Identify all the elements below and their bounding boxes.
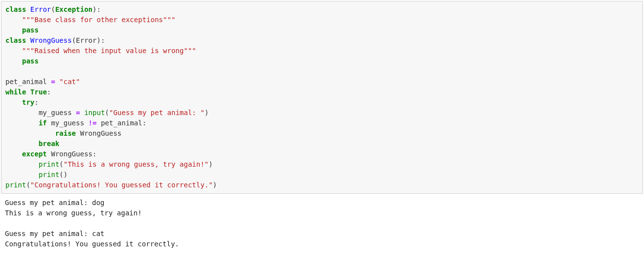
colon: : <box>34 98 38 106</box>
paren-close: ) <box>205 109 209 117</box>
code-block: class Error(Exception): """Base class fo… <box>1 1 643 194</box>
space <box>26 5 30 13</box>
operator-neq: != <box>89 119 97 127</box>
keyword-class: class <box>5 36 26 44</box>
keyword-pass: pass <box>22 26 39 34</box>
empty-args: () <box>60 171 68 178</box>
operator-assign: = <box>51 78 55 86</box>
class-name-error: Error <box>31 5 51 13</box>
keyword-class: class <box>5 5 26 13</box>
keyword-pass: pass <box>22 57 39 65</box>
base-error: Error <box>76 36 96 44</box>
output-block: Guess my pet animal: dog This is a wrong… <box>1 196 643 253</box>
paren: ( <box>105 109 109 117</box>
base-exception: Exception <box>55 5 92 13</box>
paren: ( <box>51 5 55 13</box>
paren-close: ): <box>96 36 105 44</box>
space <box>26 36 30 44</box>
keyword-while: while <box>5 88 26 96</box>
var-pet-animal: pet_animal <box>5 78 51 86</box>
except-target: WrongGuess: <box>47 150 96 158</box>
cond-rhs: pet_animal: <box>96 119 146 127</box>
operator-assign: = <box>76 109 80 117</box>
var-my-guess: my_guess <box>38 109 76 117</box>
paren-close: ): <box>92 5 101 13</box>
output-line: This is a wrong guess, try again! <box>5 209 142 217</box>
builtin-print: print <box>5 181 26 189</box>
keyword-try: try <box>22 98 34 106</box>
class-name-wrongguess: WrongGuess <box>31 36 72 44</box>
paren: ( <box>26 181 30 189</box>
builtin-print: print <box>38 160 59 168</box>
cond-lhs: my_guess <box>47 119 88 127</box>
string-prompt: "Guess my pet animal: " <box>109 109 205 117</box>
keyword-raise: raise <box>55 129 76 137</box>
docstring-wrongguess: """Raised when the input value is wrong"… <box>22 47 196 55</box>
keyword-true: True <box>31 88 47 96</box>
keyword-break: break <box>38 140 59 148</box>
paren-close: ) <box>209 160 213 168</box>
colon: : <box>47 88 51 96</box>
string-wrong: "This is a wrong guess, try again!" <box>63 160 209 168</box>
keyword-if: if <box>38 119 47 127</box>
raise-target: WrongGuess <box>76 129 122 137</box>
space <box>26 88 30 96</box>
space <box>80 109 84 117</box>
string-congrats: "Congratulations! You guessed it correct… <box>31 181 213 189</box>
docstring-error: """Base class for other exceptions""" <box>22 16 176 24</box>
builtin-input: input <box>84 109 105 117</box>
keyword-except: except <box>22 150 47 158</box>
output-line: Guess my pet animal: dog <box>5 199 104 207</box>
output-line: Congratulations! You guessed it correctl… <box>5 240 179 248</box>
string-cat: "cat" <box>55 78 80 86</box>
output-line: Guess my pet animal: cat <box>5 230 104 237</box>
paren-close: ) <box>213 181 216 189</box>
paren: ( <box>60 160 63 168</box>
builtin-print: print <box>38 171 59 178</box>
